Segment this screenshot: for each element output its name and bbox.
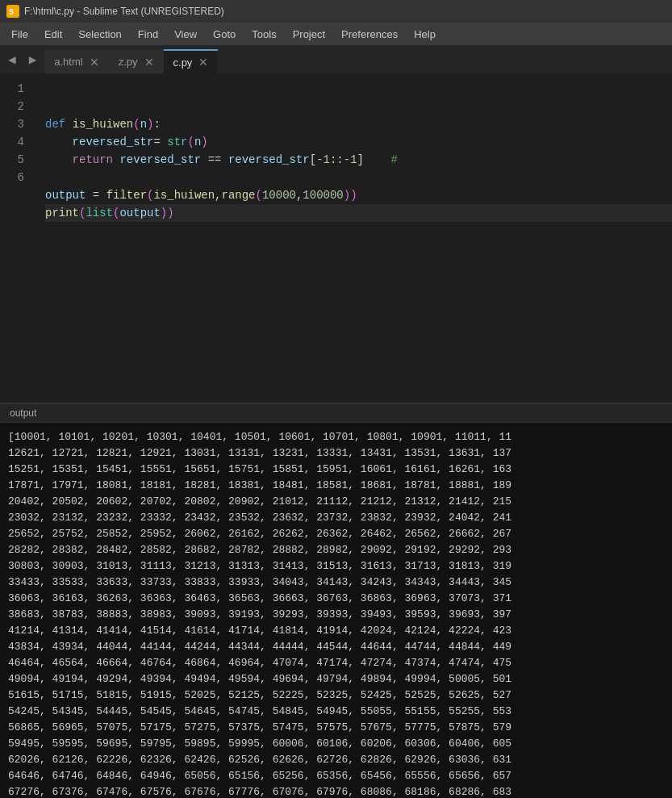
code-line-6: print(list(output)) <box>45 204 672 222</box>
output-content: [10001, 10101, 10201, 10301, 10401, 1050… <box>0 423 672 798</box>
code-line-1: def is_huiwen(n): <box>45 115 672 133</box>
menu-item-view[interactable]: View <box>166 26 205 43</box>
menu-item-project[interactable]: Project <box>285 26 333 43</box>
menu-item-tools[interactable]: Tools <box>244 26 284 43</box>
svg-text:S: S <box>9 8 14 17</box>
code-line-5: output = filter(is_huiwen,range(10000,10… <box>45 186 672 204</box>
tab-c-py[interactable]: c.py✕ <box>164 49 219 73</box>
code-area[interactable]: def is_huiwen(n): reversed_str= str(n) r… <box>32 73 672 403</box>
menu-item-find[interactable]: Find <box>130 26 166 43</box>
code-line-4 <box>45 169 672 186</box>
tab-next-button[interactable]: ▶ <box>24 52 42 68</box>
app-icon: S <box>6 5 19 18</box>
line-number: 2 <box>8 98 24 115</box>
tab-z-py[interactable]: z.py✕ <box>109 49 164 73</box>
tab-label: a.html <box>54 56 82 68</box>
tab-bar: ◀ ▶ a.html✕z.py✕c.py✕ <box>0 45 672 73</box>
line-number: 6 <box>8 169 24 186</box>
line-number: 4 <box>8 133 24 151</box>
window-title: F:\html\c.py - Sublime Text (UNREGISTERE… <box>24 6 666 17</box>
menu-bar: FileEditSelectionFindViewGotoToolsProjec… <box>0 23 672 45</box>
tab-label: z.py <box>119 56 138 68</box>
code-line-2: reversed_str= str(n) <box>45 133 672 151</box>
line-number: 1 <box>8 80 24 98</box>
menu-item-selection[interactable]: Selection <box>70 26 129 43</box>
tab-a-html[interactable]: a.html✕ <box>44 49 108 73</box>
title-bar: S F:\html\c.py - Sublime Text (UNREGISTE… <box>0 0 672 23</box>
tab-label: c.py <box>173 56 193 69</box>
output-header: output <box>0 404 672 423</box>
menu-item-goto[interactable]: Goto <box>205 26 244 43</box>
menu-item-file[interactable]: File <box>3 26 36 43</box>
menu-item-edit[interactable]: Edit <box>36 26 70 43</box>
menu-item-preferences[interactable]: Preferences <box>333 26 406 43</box>
output-panel: output [10001, 10101, 10201, 10301, 1040… <box>0 404 672 798</box>
menu-item-help[interactable]: Help <box>406 26 444 43</box>
code-line-3: return reversed_str == reversed_str[-1::… <box>45 151 672 169</box>
tab-prev-button[interactable]: ◀ <box>3 52 21 68</box>
tab-close-button[interactable]: ✕ <box>90 56 99 68</box>
line-numbers: 123456 <box>0 73 32 403</box>
line-number: 5 <box>8 151 24 169</box>
line-number: 3 <box>8 115 24 133</box>
editor: 123456 def is_huiwen(n): reversed_str= s… <box>0 73 672 404</box>
tab-close-button[interactable]: ✕ <box>144 56 154 68</box>
tab-close-button[interactable]: ✕ <box>198 56 208 68</box>
